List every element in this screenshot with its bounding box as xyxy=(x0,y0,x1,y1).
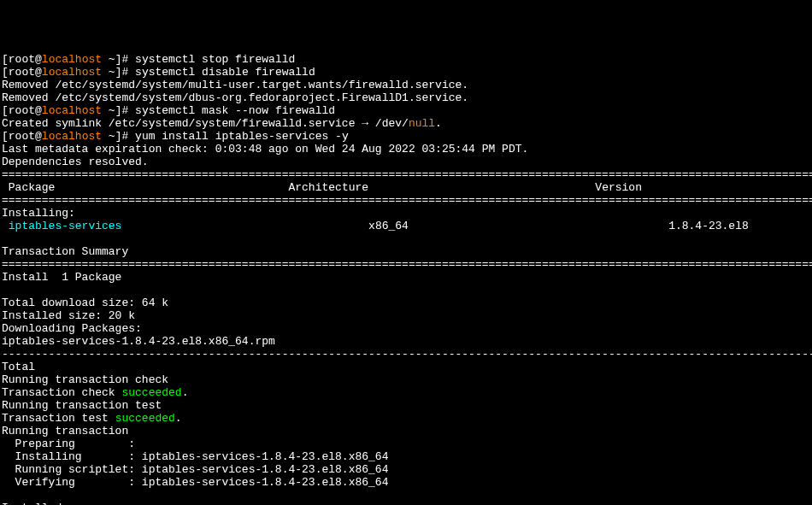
running-tx-test: Running transaction test xyxy=(2,399,162,412)
prompt-user: root xyxy=(9,53,35,66)
output-symlink-part2: . xyxy=(435,117,442,130)
spacer xyxy=(121,220,368,232)
dot: . xyxy=(175,412,182,425)
terminal-output: [root@localhost ~]# systemctl stop firew… xyxy=(2,53,810,505)
spacer xyxy=(409,220,668,232)
preparing-line: Preparing : xyxy=(2,437,135,450)
installing-label: Installing: xyxy=(2,207,75,220)
prompt-host: localhost xyxy=(42,104,102,117)
verifying-line: Verifying : iptables-services-1.8.4-23.e… xyxy=(2,476,388,489)
prompt-open: [ xyxy=(2,66,9,79)
separator-eq: ========================================… xyxy=(2,258,812,271)
prompt-at: @ xyxy=(35,104,42,117)
download-size: Total download size: 64 k xyxy=(2,297,168,309)
prompt-host: localhost xyxy=(42,53,102,66)
running-transaction: Running transaction xyxy=(2,425,128,437)
output-removed-2: Removed /etc/systemd/system/dbus-org.fed… xyxy=(2,91,468,104)
prompt-tail: ~]# xyxy=(102,104,135,117)
command-3: systemctl mask --now firewalld xyxy=(135,104,335,117)
output-metadata: Last metadata expiration check: 0:03:48 … xyxy=(2,143,528,156)
prompt-host: localhost xyxy=(42,130,102,143)
command-4: yum install iptables-services -y xyxy=(135,130,349,143)
prompt-tail: ~]# xyxy=(102,66,135,79)
prompt-at: @ xyxy=(35,66,42,79)
scriptlet-line: Running scriptlet: iptables-services-1.8… xyxy=(2,463,388,476)
total-label: Total xyxy=(2,361,35,373)
prompt-tail: ~]# xyxy=(102,130,135,143)
header-version: Version xyxy=(595,181,642,194)
header-arch: Architecture xyxy=(288,181,368,194)
succeeded-word: succeeded xyxy=(115,412,175,425)
tx-test-label: Transaction test xyxy=(2,412,115,425)
spacer xyxy=(368,181,595,194)
prompt-open: [ xyxy=(2,53,9,66)
output-removed-1: Removed /etc/systemd/system/multi-user.t… xyxy=(2,79,468,91)
separator-eq: ========================================… xyxy=(2,194,812,207)
dot: . xyxy=(182,386,189,399)
command-2: systemctl disable firewalld xyxy=(135,66,315,79)
spacer xyxy=(55,181,288,194)
package-name: iptables-services xyxy=(2,220,121,232)
installed-size: Installed size: 20 k xyxy=(2,309,135,322)
command-1: systemctl stop firewalld xyxy=(135,53,295,66)
package-arch: x86_64 xyxy=(368,220,409,232)
rpm-filename: iptables-services-1.8.4-23.el8.x86_64.rp… xyxy=(2,335,275,348)
prompt-user: root xyxy=(9,104,35,117)
succeeded-word: succeeded xyxy=(121,386,181,399)
install-count: Install 1 Package xyxy=(2,271,121,284)
output-symlink-part1: Created symlink /etc/systemd/system/fire… xyxy=(2,117,409,130)
prompt-user: root xyxy=(9,130,35,143)
prompt-user: root xyxy=(9,66,35,79)
running-tx-check: Running transaction check xyxy=(2,373,168,386)
output-depres: Dependencies resolved. xyxy=(2,156,149,168)
downloading-label: Downloading Packages: xyxy=(2,322,142,335)
installed-label: Installed: xyxy=(2,502,68,505)
null-word: null xyxy=(409,117,435,130)
prompt-open: [ xyxy=(2,104,9,117)
separator-eq: ========================================… xyxy=(2,168,812,181)
transaction-summary-label: Transaction Summary xyxy=(2,245,128,258)
prompt-tail: ~]# xyxy=(102,53,135,66)
prompt-at: @ xyxy=(35,130,42,143)
header-package: Package xyxy=(2,181,55,194)
tx-check-label: Transaction check xyxy=(2,386,121,399)
package-version: 1.8.4-23.el8 xyxy=(668,220,749,232)
prompt-at: @ xyxy=(35,53,42,66)
separator-dash: ----------------------------------------… xyxy=(2,348,812,361)
prompt-host: localhost xyxy=(42,66,102,79)
prompt-open: [ xyxy=(2,130,9,143)
installing-line: Installing : iptables-services-1.8.4-23.… xyxy=(2,450,388,463)
